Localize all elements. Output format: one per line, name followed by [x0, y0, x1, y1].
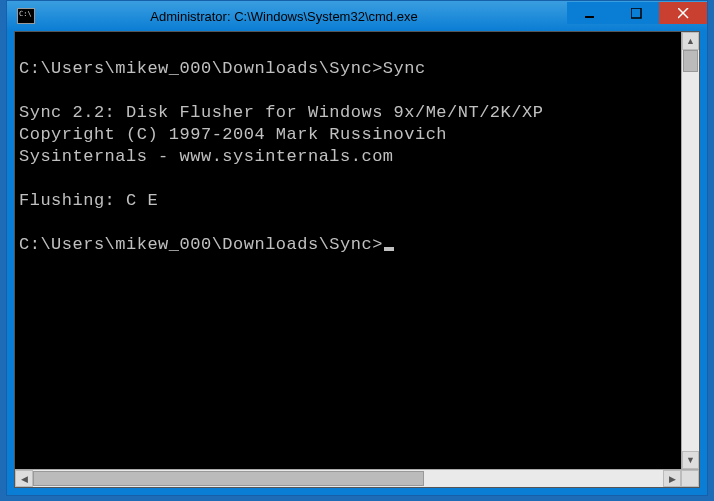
- console-line: Copyright (C) 1997-2004 Mark Russinovich: [19, 125, 447, 144]
- horizontal-scrollbar[interactable]: ◀ ▶: [15, 469, 699, 487]
- vscroll-thumb[interactable]: [683, 50, 698, 72]
- console-area: C:\Users\mikew_000\Downloads\Sync>Sync S…: [15, 32, 699, 469]
- scroll-corner: [681, 470, 699, 487]
- hscroll-thumb[interactable]: [33, 471, 424, 486]
- svg-rect-0: [585, 16, 594, 18]
- svg-rect-1: [631, 8, 641, 18]
- console-line: C:\Users\mikew_000\Downloads\Sync>Sync: [19, 59, 426, 78]
- close-button[interactable]: [659, 2, 707, 24]
- cmd-icon: [17, 8, 35, 24]
- console-line: Sysinternals - www.sysinternals.com: [19, 147, 394, 166]
- close-icon: [678, 8, 689, 19]
- client-area: C:\Users\mikew_000\Downloads\Sync>Sync S…: [14, 31, 700, 488]
- console-output[interactable]: C:\Users\mikew_000\Downloads\Sync>Sync S…: [15, 32, 681, 469]
- window-controls: [567, 2, 707, 24]
- console-line: C:\Users\mikew_000\Downloads\Sync>: [19, 235, 383, 254]
- vscroll-track[interactable]: [682, 50, 699, 451]
- scroll-down-button[interactable]: ▼: [682, 451, 699, 469]
- minimize-icon: [585, 8, 596, 19]
- hscroll-track[interactable]: [33, 470, 663, 487]
- maximize-icon: [631, 8, 642, 19]
- cmd-window: Administrator: C:\Windows\System32\cmd.e…: [6, 0, 708, 496]
- maximize-button[interactable]: [613, 2, 659, 24]
- titlebar[interactable]: Administrator: C:\Windows\System32\cmd.e…: [7, 1, 707, 31]
- minimize-button[interactable]: [567, 2, 613, 24]
- console-line: Flushing: C E: [19, 191, 158, 210]
- scroll-up-button[interactable]: ▲: [682, 32, 699, 50]
- vertical-scrollbar[interactable]: ▲ ▼: [681, 32, 699, 469]
- cursor: [384, 247, 394, 251]
- console-line: Sync 2.2: Disk Flusher for Windows 9x/Me…: [19, 103, 543, 122]
- window-title: Administrator: C:\Windows\System32\cmd.e…: [41, 9, 567, 24]
- scroll-right-button[interactable]: ▶: [663, 470, 681, 487]
- scroll-left-button[interactable]: ◀: [15, 470, 33, 487]
